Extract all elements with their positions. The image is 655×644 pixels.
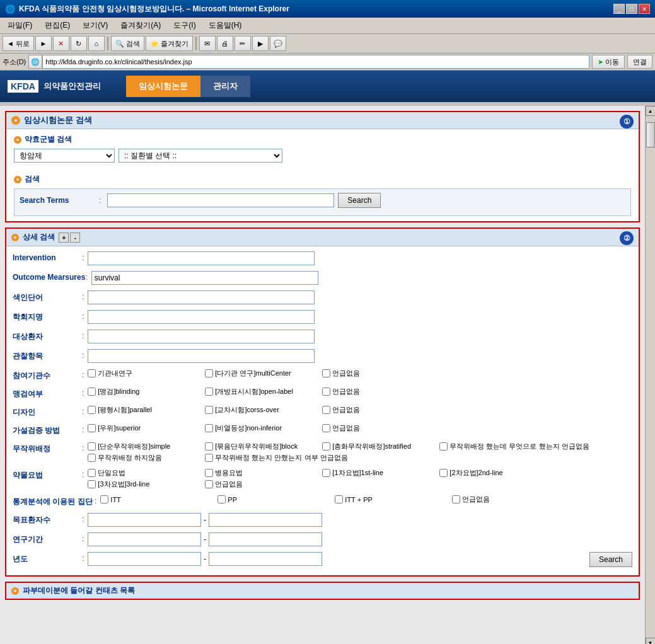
drug-checkbox-2[interactable] [205, 469, 213, 477]
rand-check-4[interactable]: 무작위배정 했는데 무엇으로 했는지 언급없음 [439, 442, 589, 451]
stats-checkbox-4[interactable] [452, 495, 460, 503]
design-check-1[interactable]: [평행시험]parallel [88, 405, 201, 415]
participating-checkbox-2[interactable] [205, 369, 213, 377]
intervention-input[interactable] [88, 251, 315, 265]
rand-check-3[interactable]: [층화무작위배정]stratified [322, 442, 436, 451]
scroll-down-button[interactable]: ▼ [646, 638, 656, 644]
participating-checkbox-3[interactable] [322, 369, 330, 377]
rand-check-2[interactable]: [묶음단위무작위배정]block [205, 442, 318, 451]
blinding-check-2[interactable]: [개방표시시험]open-label [205, 387, 318, 396]
search-terms-input[interactable] [107, 193, 334, 207]
rand-check-5[interactable]: 무작위배정 하지않음 [88, 453, 201, 463]
expand-plus-button[interactable]: + [59, 233, 69, 243]
menu-tools[interactable]: 도구(I) [171, 19, 198, 32]
drug-check-5[interactable]: [3차요법]3rd-line [88, 480, 201, 489]
design-checkbox-3[interactable] [322, 406, 330, 414]
search-toolbar-button[interactable]: 🔍 검색 [111, 36, 144, 51]
rand-checkbox-6[interactable] [205, 454, 213, 462]
hypothesis-check-2[interactable]: [비열등성]non-inferior [205, 423, 318, 433]
outcome-input[interactable] [91, 271, 318, 285]
rand-checkbox-3[interactable] [322, 442, 330, 451]
study-period-to-input[interactable] [209, 532, 322, 546]
drug-checkbox-5[interactable] [88, 480, 96, 488]
refresh-button[interactable]: ↻ [71, 36, 87, 51]
blinding-checkbox-3[interactable] [322, 388, 330, 396]
patient-input[interactable] [88, 330, 315, 343]
drug-check-1[interactable]: 단일요법 [88, 468, 201, 478]
rand-check-1[interactable]: [단순무작위배정]simple [88, 442, 201, 451]
go-button[interactable]: ➤ 이동 [592, 55, 625, 69]
blinding-check-1[interactable]: [맹검]blinding [88, 387, 201, 396]
drug-checkbox-1[interactable] [88, 469, 96, 477]
messenger-button[interactable]: 💬 [270, 36, 286, 51]
close-button[interactable]: ✕ [639, 4, 650, 14]
nav-tab-thesis[interactable]: 임상시험논문 [126, 76, 200, 97]
rand-checkbox-1[interactable] [88, 442, 96, 451]
participating-checkbox-1[interactable] [88, 369, 96, 377]
minimize-button[interactable]: _ [613, 4, 625, 14]
stats-checkbox-2[interactable] [217, 495, 226, 503]
target-to-input[interactable] [209, 513, 322, 527]
search-button-2[interactable]: Search [589, 552, 632, 567]
drug-checkbox-4[interactable] [439, 469, 448, 477]
menu-favorites[interactable]: 즐겨찾기(A) [118, 19, 163, 32]
design-check-2[interactable]: [교차시험]corss-over [205, 405, 318, 415]
participating-check-3[interactable]: 언급없음 [322, 369, 436, 378]
scroll-up-button[interactable]: ▲ [646, 106, 656, 116]
hypothesis-checkbox-3[interactable] [322, 424, 330, 432]
year-to-input[interactable] [209, 552, 322, 566]
hypothesis-check-3[interactable]: 언급없음 [322, 423, 436, 433]
participating-check-1[interactable]: 기관내연구 [88, 369, 201, 378]
stats-checkbox-1[interactable] [100, 495, 108, 503]
target-from-input[interactable] [88, 513, 201, 527]
hypothesis-checkbox-2[interactable] [205, 424, 213, 432]
scroll-thumb[interactable] [646, 122, 655, 147]
drug-checkbox-3[interactable] [322, 469, 330, 477]
study-period-from-input[interactable] [88, 532, 201, 546]
menu-edit[interactable]: 편집(E) [42, 19, 72, 32]
print-button[interactable]: 🖨 [217, 36, 233, 51]
stop-button[interactable]: ✕ [53, 36, 69, 51]
menu-file[interactable]: 파일(F) [5, 19, 35, 32]
drug-check-3[interactable]: [1차요법]1st-line [322, 468, 436, 478]
rand-checkbox-4[interactable] [439, 442, 448, 451]
search-button-1[interactable]: Search [338, 193, 381, 208]
keyword-input[interactable] [88, 290, 315, 304]
rand-checkbox-5[interactable] [88, 454, 96, 462]
blinding-check-3[interactable]: 언급없음 [322, 387, 436, 396]
drug-category-select[interactable]: 항암제 [14, 149, 115, 163]
blinding-checkbox-1[interactable] [88, 388, 96, 396]
drug-check-2[interactable]: 병용요법 [205, 468, 318, 478]
mail-button[interactable]: ✉ [199, 36, 216, 51]
stats-check-1[interactable]: ITT [100, 495, 214, 503]
menu-view[interactable]: 보기(V) [80, 19, 110, 32]
back-button[interactable]: ◄ 뒤로 [3, 36, 34, 51]
nav-tab-admin[interactable]: 관리자 [200, 76, 250, 97]
rand-checkbox-2[interactable] [205, 442, 213, 451]
stats-check-3[interactable]: ITT + PP [335, 495, 448, 503]
participating-check-2[interactable]: [다기관 연구]multiCenter [205, 369, 318, 378]
drug-check-6[interactable]: 언급없음 [205, 480, 318, 489]
forward-button[interactable]: ► [35, 36, 52, 51]
media-button[interactable]: ▶ [252, 36, 269, 51]
address-input-display[interactable]: http://kfda.druginfo.co.kr/clinical/thes… [42, 55, 589, 69]
journal-input[interactable] [88, 310, 315, 324]
drug-checkbox-6[interactable] [205, 480, 213, 488]
scroll-track[interactable] [646, 116, 656, 638]
restore-button[interactable]: □ [626, 4, 637, 14]
menu-help[interactable]: 도움말(H) [206, 19, 245, 32]
stats-check-2[interactable]: PP [217, 495, 331, 503]
hypothesis-check-1[interactable]: [우위]superior [88, 423, 201, 433]
design-checkbox-1[interactable] [88, 406, 96, 414]
expand-minus-button[interactable]: - [70, 233, 80, 243]
hypothesis-checkbox-1[interactable] [88, 424, 96, 432]
disease-category-select[interactable]: :: 질환별 선택 :: [119, 149, 282, 163]
observation-input[interactable] [88, 349, 315, 363]
design-check-3[interactable]: 언급없음 [322, 405, 436, 415]
design-checkbox-2[interactable] [205, 406, 213, 414]
edit-button[interactable]: ✏ [235, 36, 251, 51]
drug-check-4[interactable]: [2차요법]2nd-line [439, 468, 553, 478]
home-button[interactable]: ⌂ [88, 36, 105, 51]
rand-check-6[interactable]: 무작위배정 했는지 안했는지 여부 언급없음 [205, 453, 347, 463]
stats-check-4[interactable]: 언급없음 [452, 495, 565, 504]
